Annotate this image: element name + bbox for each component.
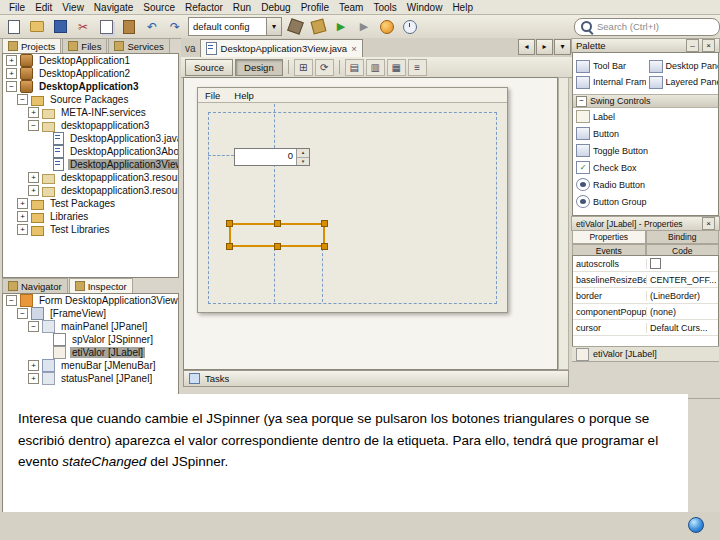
close-icon[interactable]	[351, 44, 357, 54]
menu-profile[interactable]: Profile	[296, 2, 334, 13]
close-icon[interactable]	[702, 39, 715, 52]
palette-item-button[interactable]: Button	[573, 125, 718, 142]
spinner-down-button[interactable]	[297, 158, 309, 166]
editor-tab-active[interactable]: DesktopApplication3View.java	[200, 39, 363, 57]
tree-row[interactable]: Test Packages	[3, 197, 178, 210]
tree-row[interactable]: desktopapplication3.resources.busyic	[3, 184, 178, 197]
cut-button[interactable]	[73, 17, 93, 37]
form-menu-file[interactable]: File	[205, 90, 220, 101]
menu-team[interactable]: Team	[334, 2, 368, 13]
tab-projects[interactable]: Projects	[2, 38, 61, 53]
tree-row[interactable]: Source Packages	[3, 93, 178, 106]
palette-item-radio-button[interactable]: Radio Button	[573, 176, 718, 193]
undo-button[interactable]	[142, 17, 162, 37]
palette-item-layered-pane[interactable]: Layered Pane	[646, 74, 719, 90]
menu-refactor[interactable]: Refactor	[180, 2, 228, 13]
inspector-row[interactable]: menuBar [JMenuBar]	[3, 359, 178, 372]
minimize-icon[interactable]	[686, 39, 699, 52]
menu-source[interactable]: Source	[138, 2, 180, 13]
inspector-row[interactable]: spValor [JSpinner]	[3, 333, 178, 346]
inspector-row[interactable]: statusPanel [JPanel]	[3, 372, 178, 385]
resize-handle[interactable]	[226, 243, 233, 250]
palette-section-swing-controls[interactable]: Swing Controls	[573, 94, 718, 108]
refresh-button[interactable]	[315, 59, 334, 76]
run-config-combobox[interactable]: default config	[188, 17, 282, 36]
expand-toggle[interactable]	[17, 198, 28, 209]
copy-button[interactable]	[96, 17, 116, 37]
inspector-row-selected[interactable]: etiValor [JLabel]	[3, 346, 178, 359]
expand-toggle[interactable]	[28, 172, 39, 183]
tree-row[interactable]: desktopapplication3	[3, 119, 178, 132]
resize-handle[interactable]	[321, 243, 328, 250]
tree-row[interactable]: DesktopApplication2	[3, 67, 178, 80]
property-value[interactable]: CENTER_OFF...	[647, 275, 718, 285]
inspector-row[interactable]: mainPanel [JPanel]	[3, 320, 178, 333]
property-value[interactable]: (none)	[647, 307, 718, 317]
expand-toggle[interactable]	[17, 308, 28, 319]
same-size-button[interactable]	[408, 59, 427, 76]
expand-toggle[interactable]	[28, 373, 39, 384]
tab-binding[interactable]: Binding	[646, 230, 720, 244]
align-center-button[interactable]	[366, 59, 385, 76]
resize-handle[interactable]	[226, 220, 233, 227]
tab-files[interactable]: Files	[62, 38, 107, 53]
palette-item-label[interactable]: Label	[573, 108, 718, 125]
expand-toggle[interactable]	[6, 68, 17, 79]
expand-toggle[interactable]	[17, 211, 28, 222]
menu-debug[interactable]: Debug	[256, 2, 295, 13]
tab-list-button[interactable]	[554, 39, 571, 55]
redo-button[interactable]	[165, 17, 185, 37]
tree-row[interactable]: DesktopApplication3	[3, 80, 178, 93]
palette-header[interactable]: Palette	[571, 38, 720, 53]
resize-handle[interactable]	[274, 220, 281, 227]
tree-row[interactable]: DesktopApplication3.java	[3, 132, 178, 145]
menu-tools[interactable]: Tools	[368, 2, 401, 13]
expand-toggle[interactable]	[17, 94, 28, 105]
build-button[interactable]	[285, 17, 305, 37]
properties-header[interactable]: etiValor [JLabel] - Properties	[571, 216, 720, 231]
open-project-button[interactable]	[27, 17, 47, 37]
jlabel-component-selected[interactable]	[229, 223, 325, 247]
tree-row[interactable]: Test Libraries	[3, 223, 178, 236]
resize-handle[interactable]	[321, 220, 328, 227]
clipped-tab[interactable]: va	[183, 43, 200, 57]
menu-window[interactable]: Window	[402, 2, 448, 13]
collapse-toggle[interactable]	[576, 96, 587, 107]
expand-toggle[interactable]	[28, 107, 39, 118]
tasks-panel-bar[interactable]: Tasks	[183, 370, 569, 387]
new-file-button[interactable]	[4, 17, 24, 37]
tab-navigator[interactable]: Navigator	[2, 278, 68, 293]
expand-toggle[interactable]	[6, 55, 17, 66]
jspinner-component[interactable]: 0	[234, 148, 310, 166]
property-value[interactable]: (LineBorder)	[647, 291, 718, 301]
save-all-button[interactable]	[50, 17, 70, 37]
resize-handle[interactable]	[274, 243, 281, 250]
menu-file[interactable]: File	[4, 2, 30, 13]
tree-row[interactable]: Libraries	[3, 210, 178, 223]
expand-toggle[interactable]	[28, 321, 39, 332]
checkbox[interactable]	[650, 258, 661, 269]
expand-toggle[interactable]	[6, 81, 17, 92]
menu-run[interactable]: Run	[228, 2, 256, 13]
tree-row[interactable]: DesktopApplication3AboutBox.java	[3, 145, 178, 158]
quick-search-input[interactable]: Search (Ctrl+I)	[574, 18, 720, 36]
align-right-button[interactable]	[387, 59, 406, 76]
inspector-root-row[interactable]: Form DesktopApplication3View	[3, 294, 178, 307]
tab-inspector[interactable]: Inspector	[69, 278, 133, 293]
close-icon[interactable]	[702, 217, 715, 230]
tree-row[interactable]: desktopapplication3.resources	[3, 171, 178, 184]
designed-form[interactable]: File Help 0	[197, 87, 508, 313]
tree-row[interactable]: DesktopApplication1	[3, 54, 178, 67]
palette-item-toolbar[interactable]: Tool Bar	[573, 58, 646, 74]
menu-view[interactable]: View	[57, 2, 89, 13]
align-left-button[interactable]	[345, 59, 364, 76]
expand-toggle[interactable]	[17, 224, 28, 235]
menu-navigate[interactable]: Navigate	[89, 2, 138, 13]
design-view-button[interactable]: Design	[235, 59, 283, 76]
chevron-down-icon[interactable]	[266, 18, 281, 35]
inspector-row[interactable]: [FrameView]	[3, 307, 178, 320]
tree-row[interactable]: META-INF.services	[3, 106, 178, 119]
scroll-tabs-left-button[interactable]	[518, 39, 535, 55]
debug-button[interactable]	[354, 17, 374, 37]
tab-properties[interactable]: Properties	[572, 230, 646, 244]
